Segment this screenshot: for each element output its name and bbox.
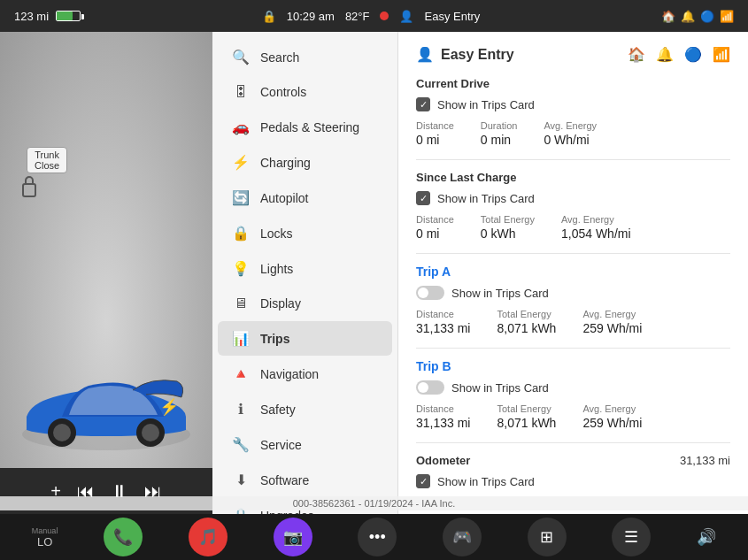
divider-3: [416, 348, 730, 349]
since-last-charge-title: Since Last Charge: [416, 171, 730, 184]
current-drive-checkbox[interactable]: ✓: [416, 97, 430, 111]
trip-b-distance-label: Distance: [416, 403, 470, 414]
signal-icon-header[interactable]: 📶: [713, 46, 730, 63]
sidebar-item-controls[interactable]: 🎛 Controls: [218, 75, 392, 109]
trip-a-avg-energy-label: Avg. Energy: [582, 309, 642, 319]
temp-display: 82°F: [345, 10, 370, 23]
trip-b-title: Trip B: [416, 359, 730, 373]
sidebar-item-software[interactable]: ⬇ Software: [218, 463, 392, 497]
lock-icon-area: [19, 173, 39, 202]
sidebar-label-service: Service: [260, 438, 302, 452]
sidebar-item-navigation[interactable]: 🔺 Navigation: [218, 357, 392, 391]
trip-a-show-trips-label: Show in Trips Card: [451, 287, 549, 300]
odometer-label: Odometer: [416, 454, 470, 467]
taskbar: Manual LO 📞 🎵 📷 ••• 🎮 ⊞ ☰ 🔊: [0, 514, 748, 560]
since-last-charge-avg-energy-label: Avg. Energy: [561, 214, 631, 225]
lo-label: LO: [37, 535, 52, 548]
trip-a-toggle[interactable]: [416, 286, 444, 300]
sidebar-item-charging[interactable]: ⚡ Charging: [218, 145, 392, 180]
sidebar-item-lights[interactable]: 💡 Lights: [218, 251, 392, 286]
header-icons: 🏠 🔔 🔵 📶: [628, 46, 730, 63]
dots-icon: •••: [369, 528, 386, 547]
trip-b-avg-energy-label: Avg. Energy: [582, 403, 642, 414]
svg-text:⚡: ⚡: [159, 397, 180, 417]
since-last-charge-distance-label: Distance: [416, 214, 454, 225]
trip-b-show-trips-row: Show in Trips Card: [416, 380, 730, 395]
sidebar-label-controls: Controls: [260, 85, 306, 99]
camera-icon: 📷: [283, 527, 303, 547]
since-last-charge-avg-energy-value: 1,054 Wh/mi: [561, 226, 631, 241]
content-header: 👤 Easy Entry 🏠 🔔 🔵 📶: [416, 46, 730, 63]
current-drive-distance-label: Distance: [416, 120, 454, 131]
trip-a-total-energy: Total Energy 8,071 kWh: [497, 309, 556, 335]
sidebar-label-pedals: Pedals & Steering: [260, 120, 359, 134]
sidebar-item-pedals[interactable]: 🚗 Pedals & Steering: [218, 110, 392, 144]
sidebar-item-service[interactable]: 🔧 Service: [218, 427, 392, 462]
battery-label: 123 mi: [14, 10, 49, 23]
sidebar-label-autopilot: Autopilot: [260, 191, 308, 205]
trip-a-avg-energy-value: 259 Wh/mi: [582, 321, 642, 335]
home-icon-header[interactable]: 🏠: [628, 46, 645, 63]
current-drive-distance-value: 0 mi: [416, 133, 454, 147]
sidebar-item-locks[interactable]: 🔒 Locks: [218, 216, 392, 250]
game-button[interactable]: 🎮: [443, 518, 482, 556]
signal-icon: 📶: [720, 10, 734, 23]
sidebar-label-trips: Trips: [260, 332, 289, 346]
home-icon: 🏠: [661, 10, 675, 23]
trip-b-avg-energy-value: 259 Wh/mi: [582, 416, 642, 430]
trip-a-total-energy-value: 8,071 kWh: [497, 321, 556, 335]
divider-2: [416, 253, 730, 254]
person-icon: 👤: [399, 10, 413, 23]
odometer-show-trips-label: Show in Trips Card: [437, 475, 535, 488]
bt-icon-header[interactable]: 🔵: [684, 46, 702, 63]
sidebar-item-display[interactable]: 🖥 Display: [218, 287, 392, 320]
volume-control[interactable]: 🔊: [697, 527, 716, 547]
phone-button[interactable]: 📞: [104, 518, 143, 556]
bell-icon-header[interactable]: 🔔: [656, 46, 674, 63]
music-button[interactable]: 🎵: [189, 518, 227, 556]
current-drive-duration-value: 0 min: [481, 133, 518, 147]
navigation-icon: 🔺: [232, 365, 250, 382]
svg-point-5: [142, 424, 159, 441]
divider-1: [416, 159, 730, 160]
sidebar-label-safety: Safety: [260, 403, 296, 417]
controls-icon: 🎛: [232, 84, 250, 100]
taskbar-manual-lo: Manual LO: [32, 526, 58, 548]
status-right: 🏠 🔔 🔵 📶: [661, 10, 734, 23]
current-drive-show-trips-label: Show in Trips Card: [437, 98, 535, 111]
current-drive-avg-energy: Avg. Energy 0 Wh/mi: [544, 120, 597, 147]
odometer-checkbox[interactable]: ✓: [416, 474, 430, 488]
since-last-charge-total-energy-label: Total Energy: [481, 214, 535, 225]
trip-a-total-energy-label: Total Energy: [497, 309, 556, 319]
sidebar-item-autopilot[interactable]: 🔄 Autopilot: [218, 180, 392, 215]
sidebar-item-search[interactable]: 🔍 Search: [218, 40, 392, 74]
camera-button[interactable]: 📷: [274, 518, 312, 556]
sidebar-item-trips[interactable]: 📊 Trips: [218, 321, 392, 356]
since-last-charge-checkbox[interactable]: ✓: [416, 191, 430, 205]
since-last-charge-total-energy: Total Energy 0 kWh: [481, 214, 535, 241]
dots-button[interactable]: •••: [358, 518, 397, 556]
service-icon: 🔧: [232, 436, 250, 453]
bell-icon: 🔔: [681, 10, 695, 23]
since-last-charge-show-trips-label: Show in Trips Card: [437, 192, 535, 205]
sidebar-item-safety[interactable]: ℹ Safety: [218, 392, 392, 426]
main-area: TrunkClose ⚡: [0, 32, 748, 514]
sidebar: 🔍 Search 🎛 Controls 🚗 Pedals & Steering …: [212, 32, 398, 514]
pedals-icon: 🚗: [232, 119, 250, 135]
content-title: 👤 Easy Entry: [416, 46, 514, 63]
odometer-show-trips-row: ✓ Show in Trips Card: [416, 474, 730, 488]
since-last-charge-distance-value: 0 mi: [416, 226, 454, 241]
current-drive-avg-energy-value: 0 Wh/mi: [544, 133, 597, 147]
time-display: 10:29 am: [287, 10, 335, 23]
trip-b-toggle[interactable]: [416, 380, 444, 395]
trip-a-stats: Distance 31,133 mi Total Energy 8,071 kW…: [416, 309, 730, 335]
phone-icon: 📞: [113, 527, 133, 547]
since-last-charge-total-energy-value: 0 kWh: [481, 226, 535, 241]
bluetooth-icon: 🔵: [700, 10, 714, 23]
grid-button[interactable]: ⊞: [528, 518, 567, 556]
game-icon: 🎮: [452, 527, 472, 547]
sidebar-label-charging: Charging: [260, 156, 311, 170]
status-bar: 123 mi 🔒 10:29 am 82°F 👤 Easy Entry 🏠 🔔 …: [0, 0, 748, 32]
watermark: 000-38562361 - 01/19/2024 - IAA Inc.: [0, 496, 748, 510]
menu-button[interactable]: ☰: [612, 518, 651, 556]
